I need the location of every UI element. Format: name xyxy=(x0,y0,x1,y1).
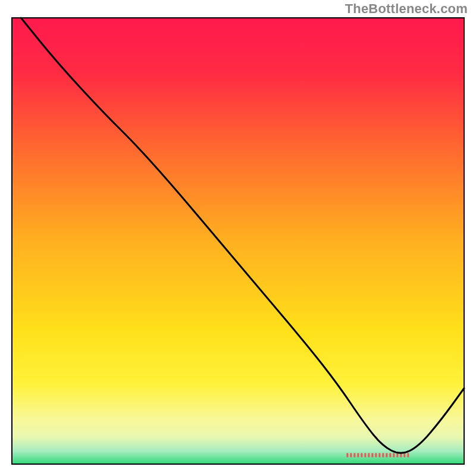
gradient-background xyxy=(12,18,464,464)
bottleneck-chart xyxy=(0,0,476,476)
chart-frame: TheBottleneck.com xyxy=(0,0,476,476)
